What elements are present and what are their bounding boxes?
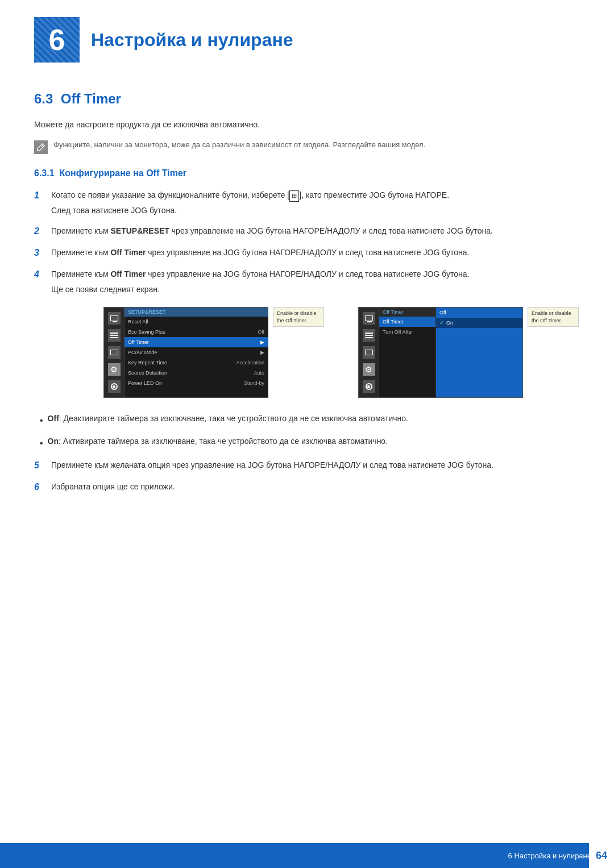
step-number-2: 2	[34, 225, 44, 238]
bullet-dot-off: •	[40, 413, 43, 428]
sidebar-lines-icon-2	[363, 329, 375, 342]
info-icon	[111, 383, 118, 390]
submenu-header: Off Timer	[379, 308, 435, 317]
value-panel: Off ✓ On	[436, 308, 522, 397]
bullet-text-on: On: Активирате таймера за изключване, та…	[48, 435, 388, 447]
bullet-text-off: Off: Деактивирате таймера за изключване,…	[48, 412, 408, 425]
step-2: 2 Преминете към SETUP&RESET чрез управле…	[34, 225, 580, 238]
info-icon-2	[366, 383, 372, 390]
menu-item-off-timer: Off Timer ▶	[125, 337, 268, 347]
monitor-sidebar-1: ⚙	[104, 308, 125, 397]
chapter-box: 6	[34, 17, 80, 63]
menu-item-pcav: PC/AV Mode ▶	[125, 347, 268, 358]
chapter-title: Настройка и нулиране	[91, 30, 293, 51]
step-text-1: Когато се появи указание за функционални…	[51, 189, 449, 217]
note-text: Функциите, налични за монитора, може да …	[53, 139, 425, 151]
step-text-2: Преминете към SETUP&RESET чрез управлени…	[51, 225, 493, 237]
sidebar-picture-icon	[108, 346, 121, 359]
screen-1-wrapper: ⚙ SETUP&RESET Reset All Eco Savi	[103, 307, 324, 398]
steps-list-2: 5 Преминете към желаната опция чрез упра…	[34, 459, 580, 494]
step-number-1: 1	[34, 189, 44, 202]
step-text-4: Преминете към Off Timer чрез управление …	[51, 268, 469, 296]
lines-icon	[110, 333, 118, 338]
sidebar-monitor-icon-2	[363, 312, 375, 325]
subsection-title: 6.3.1 Конфигуриране на Off Timer	[34, 168, 580, 178]
step-text-5: Преминете към желаната опция чрез управл…	[51, 459, 493, 471]
intro-text: Можете да настроите продукта да се изклю…	[34, 118, 580, 131]
monitor-ui-1: ⚙ SETUP&RESET Reset All Eco Savi	[103, 307, 268, 398]
sidebar-info-icon-2	[363, 380, 375, 393]
sidebar-lines-icon	[108, 329, 121, 342]
footer-text: 6 Настройка и нулиране	[508, 852, 591, 860]
step-3: 3 Преминете към Off Timer чрез управлени…	[34, 246, 580, 260]
page-footer: 6 Настройка и нулиране 64	[0, 843, 614, 868]
sidebar-gear-icon: ⚙	[108, 363, 121, 376]
step-number-3: 3	[34, 246, 44, 260]
submenu-panel: Off Timer Off Timer Turn Off After	[379, 308, 436, 397]
sidebar-info-icon	[108, 380, 121, 393]
step-number-6: 6	[34, 480, 44, 494]
monitor-icon	[110, 315, 118, 321]
gear-icon: ⚙	[110, 365, 118, 374]
step-1: 1 Когато се появи указание за функционал…	[34, 189, 580, 217]
footer-page-number: 64	[589, 843, 614, 868]
page-header: 6 Настройка и нулиране	[0, 0, 614, 74]
screen-1-tooltip: Enable or disable the Off Timer.	[273, 307, 324, 327]
menu-item-eco: Eco Saving Plus Off	[125, 327, 268, 337]
steps-list: 1 Когато се появи указание за функционал…	[34, 189, 580, 296]
picture-icon-2	[365, 350, 373, 355]
sidebar-gear-icon-2: ⚙	[363, 363, 375, 376]
picture-icon	[110, 350, 118, 355]
menu-item-power-led: Power LED On Stand-by	[125, 378, 268, 388]
monitor-sidebar-2: ⚙	[359, 308, 379, 397]
bullet-item-on: • On: Активирате таймера за изключване, …	[40, 435, 580, 451]
sidebar-picture-icon-2	[363, 346, 375, 359]
value-on: ✓ On	[436, 318, 522, 328]
note-icon	[34, 140, 48, 154]
step-5: 5 Преминете към желаната опция чрез упра…	[34, 459, 580, 472]
content-area: 6.3 Off Timer Можете да настроите продук…	[0, 74, 614, 537]
step-number-4: 4	[34, 268, 44, 281]
value-off: Off	[436, 308, 522, 318]
bullet-dot-on: •	[40, 436, 43, 451]
monitor-icon-2	[365, 315, 373, 321]
menu-item-key-repeat: Key Repeat Time Acceleration	[125, 358, 268, 368]
pencil-icon	[37, 143, 45, 151]
menu-header-1: SETUP&RESET	[125, 308, 268, 317]
step-subtext-1: След това натиснете JOG бутона.	[51, 204, 449, 217]
screen-2-tooltip: Enable or disable the Off Timer.	[528, 307, 579, 327]
submenu-turn-off-after: Turn Off After	[379, 327, 435, 337]
submenu-off-timer: Off Timer	[379, 317, 435, 327]
step-4: 4 Преминете към Off Timer чрез управлени…	[34, 268, 580, 296]
section-title: 6.3 Off Timer	[34, 91, 580, 107]
note-box: Функциите, налични за монитора, може да …	[34, 139, 580, 154]
step-text-6: Избраната опция ще се приложи.	[51, 480, 175, 493]
step-subtext-4: Ще се появи следният екран.	[51, 283, 469, 296]
check-icon: ✓	[439, 320, 444, 326]
monitor-ui-2: ⚙ Off Timer Off Timer Turn Off After	[358, 307, 523, 398]
step-6: 6 Избраната опция ще се приложи.	[34, 480, 580, 494]
step-text-3: Преминете към Off Timer чрез управление …	[51, 246, 469, 259]
chapter-number: 6	[49, 23, 65, 57]
bullet-item-off: • Off: Деактивирате таймера за изключван…	[40, 412, 580, 428]
screen-mockups: ⚙ SETUP&RESET Reset All Eco Savi	[102, 307, 580, 398]
screen-2-wrapper: ⚙ Off Timer Off Timer Turn Off After	[358, 307, 579, 398]
step-number-5: 5	[34, 459, 44, 472]
gear-icon-2: ⚙	[365, 365, 372, 374]
monitor-menu-1: SETUP&RESET Reset All Eco Saving Plus Of…	[125, 308, 268, 397]
menu-item-reset-all: Reset All	[125, 317, 268, 327]
lines-icon-2	[365, 333, 373, 338]
menu-item-source: Source Detection Auto	[125, 368, 268, 378]
bullet-list: • Off: Деактивирате таймера за изключван…	[34, 412, 580, 450]
sidebar-monitor-icon	[108, 312, 121, 325]
